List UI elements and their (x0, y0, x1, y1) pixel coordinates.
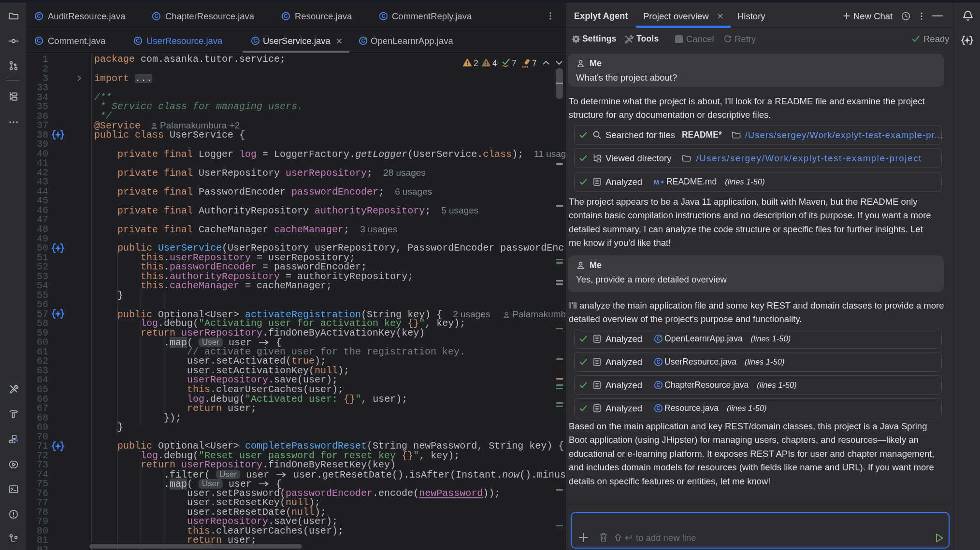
svg-text:C: C (136, 38, 140, 43)
svg-text:C: C (657, 382, 661, 388)
svg-text:C: C (657, 359, 661, 365)
svg-text:C: C (155, 13, 159, 19)
svg-text:C: C (254, 38, 258, 43)
svg-text:C: C (37, 38, 41, 43)
svg-text:C: C (657, 405, 661, 411)
svg-text:C: C (382, 13, 386, 19)
svg-text:M: M (654, 179, 659, 186)
svg-text:C: C (37, 13, 41, 19)
svg-text:C: C (284, 13, 288, 19)
